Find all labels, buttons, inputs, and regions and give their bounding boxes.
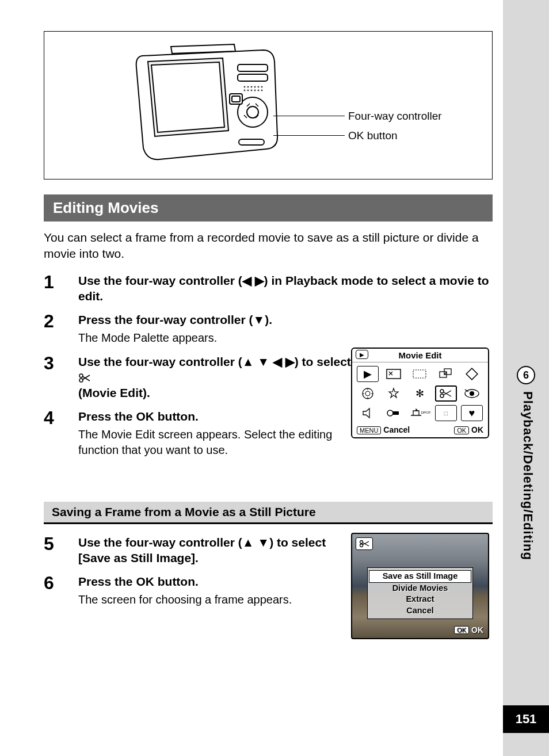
step-number: 2 <box>44 312 78 345</box>
palette-title: Movie Edit <box>398 350 441 360</box>
svg-rect-2 <box>238 64 268 71</box>
svg-point-11 <box>258 86 259 87</box>
palette-sparkle-icon: ✻ <box>409 385 430 402</box>
palette-trimming-icon <box>409 366 430 382</box>
svg-point-10 <box>254 86 256 87</box>
ok-key-icon: OK <box>454 426 469 434</box>
step-heading: Press the four-way controller (▼). <box>78 312 493 327</box>
step-subtext: The Mode Palette appears. <box>78 330 493 346</box>
svg-rect-22 <box>413 370 426 378</box>
camera-diagram: Four-way controller OK button <box>44 31 493 180</box>
palette-copy-icon <box>435 366 457 382</box>
svg-point-18 <box>261 90 262 91</box>
svg-point-27 <box>365 391 370 396</box>
arrow-down-icon: ▼ <box>253 313 265 326</box>
palette-redeye-icon <box>461 385 483 402</box>
palette-voice-icon <box>357 405 379 421</box>
intro-text: You can select a frame from a recorded m… <box>44 230 493 262</box>
menu-item-cancel: Cancel <box>368 605 472 617</box>
svg-point-14 <box>247 90 249 91</box>
side-rail: 6 Playback/Deleting/Editing 151 <box>503 0 549 756</box>
svg-point-19 <box>79 374 83 377</box>
play-mode-icon: ▶ <box>356 350 368 359</box>
palette-cancel-label: Cancel <box>383 425 410 434</box>
arrow-left-right-icon: ◀ ▶ <box>242 274 264 287</box>
menu-key-icon: MENU <box>357 426 381 434</box>
palette-rotate-icon <box>461 366 483 382</box>
svg-point-15 <box>251 90 252 91</box>
page-number: 151 <box>503 705 549 733</box>
svg-point-7 <box>244 86 245 87</box>
arrow-all-icon: ▲ ▼ ◀ ▶ <box>242 355 295 368</box>
menu-panel: Save as Still Image Divide Movies Extrac… <box>367 567 473 619</box>
svg-point-17 <box>258 90 259 91</box>
step-heading: Press the OK button. <box>78 574 331 589</box>
svg-rect-5 <box>232 96 240 102</box>
palette-slideshow-icon: ▶ <box>357 366 379 382</box>
palette-movie-edit-icon <box>435 385 457 402</box>
palette-filter-icon <box>357 385 379 402</box>
mode-palette-screen: ▶ Movie Edit ▶ ✻ DPOF ⬚ ♥ <box>351 348 489 438</box>
svg-point-35 <box>360 544 363 547</box>
svg-point-34 <box>360 541 363 544</box>
svg-point-9 <box>251 86 252 87</box>
step-number: 6 <box>44 574 78 607</box>
palette-startup-icon: ⬚ <box>435 405 457 421</box>
ok-key-icon: OK <box>454 626 469 634</box>
palette-dpof-icon: DPOF <box>409 405 430 421</box>
svg-point-31 <box>470 391 474 396</box>
palette-ok-label: OK <box>471 425 483 434</box>
svg-rect-33 <box>393 411 399 415</box>
scissors-icon <box>78 371 91 384</box>
callout-ok: OK button <box>348 129 398 142</box>
subsection-heading: Saving a Frame from a Movie as a Still P… <box>44 502 493 524</box>
svg-rect-3 <box>238 74 268 81</box>
palette-brightness-icon <box>383 385 405 402</box>
step-heading: Press the OK button. <box>78 408 354 424</box>
camera-illustration <box>119 39 292 171</box>
svg-point-32 <box>387 410 393 416</box>
step-heading: Use the four-way controller (▲ ▼) to sel… <box>78 534 331 566</box>
palette-protect-icon <box>383 405 405 421</box>
menu-ok-label: OK <box>471 625 483 635</box>
scissors-icon <box>356 537 373 550</box>
step-number: 1 <box>44 273 78 304</box>
step-2: 2 Press the four-way controller (▼). The… <box>44 312 493 345</box>
menu-item-extract: Extract <box>368 594 472 605</box>
section-heading: Editing Movies <box>44 194 493 222</box>
palette-favorite-icon: ♥ <box>461 405 483 421</box>
step-number: 4 <box>44 408 78 457</box>
step-heading: Use the four-way controller (▲ ▼ ◀ ▶) to… <box>78 354 354 401</box>
svg-point-12 <box>261 86 262 87</box>
svg-point-28 <box>440 390 444 393</box>
svg-point-13 <box>244 90 245 91</box>
svg-point-16 <box>254 90 256 91</box>
movie-edit-menu-screen: Save as Still Image Divide Movies Extrac… <box>351 533 489 639</box>
callout-fourway: Four-way controller <box>348 110 442 123</box>
step-1: 1 Use the four-way controller (◀ ▶) in P… <box>44 273 493 304</box>
menu-item-divide: Divide Movies <box>368 583 472 594</box>
palette-resize-icon <box>383 366 405 382</box>
menu-item-save-still: Save as Still Image <box>369 570 471 583</box>
svg-rect-21 <box>387 369 401 379</box>
step-subtext: The Movie Edit screen appears. Select th… <box>78 427 354 458</box>
svg-point-29 <box>440 394 444 398</box>
svg-point-20 <box>79 379 83 382</box>
svg-rect-6 <box>239 139 264 145</box>
step-number: 5 <box>44 534 78 566</box>
arrow-up-down-icon: ▲ ▼ <box>242 536 269 549</box>
step-number: 3 <box>44 354 78 401</box>
step-heading: Use the four-way controller (◀ ▶) in Pla… <box>78 273 493 304</box>
step-subtext: The screen for choosing a frame appears. <box>78 592 331 608</box>
chapter-title: Playback/Deleting/Editing <box>520 391 535 560</box>
chapter-number-badge: 6 <box>517 366 535 384</box>
svg-rect-25 <box>466 368 478 380</box>
svg-point-8 <box>247 86 249 87</box>
